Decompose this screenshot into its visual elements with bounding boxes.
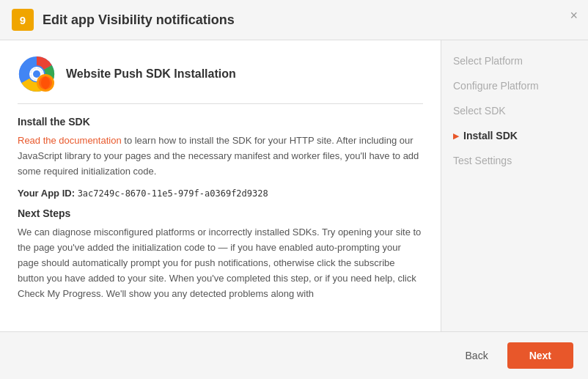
next-steps-section: Next Steps We can diagnose misconfigured… (18, 207, 423, 301)
sidebar-item-test-settings: Test Settings (453, 155, 576, 166)
modal-title: Edit app Visibility notifications (43, 12, 235, 28)
sdk-icon (18, 55, 56, 93)
sidebar-item-configure-platform: Configure Platform (453, 80, 576, 92)
install-section: Install the SDK Read the documentation t… (18, 116, 423, 199)
svg-point-4 (33, 70, 40, 78)
app-id-value: 3ac7249c-8670-11e5-979f-a0369f2d9328 (78, 188, 268, 199)
app-id-row: Your App ID: 3ac7249c-8670-11e5-979f-a03… (18, 188, 423, 199)
sdk-title-text: Website Push SDK Installation (66, 67, 236, 81)
sidebar-label-install-sdk: Install SDK (463, 130, 518, 141)
close-button[interactable]: × (570, 9, 578, 22)
modal-body: Website Push SDK Installation Install th… (0, 40, 588, 331)
sidebar-label-select-sdk: Select SDK (453, 105, 506, 117)
sidebar-label-configure-platform: Configure Platform (453, 80, 539, 92)
next-button[interactable]: Next (507, 342, 573, 369)
sidebar-item-select-sdk: Select SDK (453, 105, 576, 117)
next-steps-text: We can diagnose misconfigured platforms … (18, 225, 423, 301)
sidebar-item-install-sdk: Install SDK (453, 130, 576, 141)
sidebar-label-test-settings: Test Settings (453, 155, 512, 166)
next-steps-title: Next Steps (18, 207, 423, 219)
sidebar-item-select-platform: Select Platform (453, 55, 576, 67)
modal-footer: Back Next (0, 331, 588, 379)
main-content: Website Push SDK Installation Install th… (0, 40, 441, 331)
step-badge: 9 (12, 9, 34, 31)
install-description: Read the documentation to learn how to i… (18, 133, 423, 179)
sidebar-label-select-platform: Select Platform (453, 55, 523, 67)
modal-container: 9 Edit app Visibility notifications × (0, 0, 588, 379)
modal-header: 9 Edit app Visibility notifications × (0, 0, 588, 40)
back-button[interactable]: Back (454, 344, 500, 367)
sidebar: Select Platform Configure Platform Selec… (441, 40, 588, 331)
install-section-title: Install the SDK (18, 116, 423, 128)
docs-link[interactable]: Read the documentation (18, 135, 122, 146)
sdk-header: Website Push SDK Installation (18, 55, 423, 104)
app-id-label: Your App ID: (18, 188, 75, 199)
